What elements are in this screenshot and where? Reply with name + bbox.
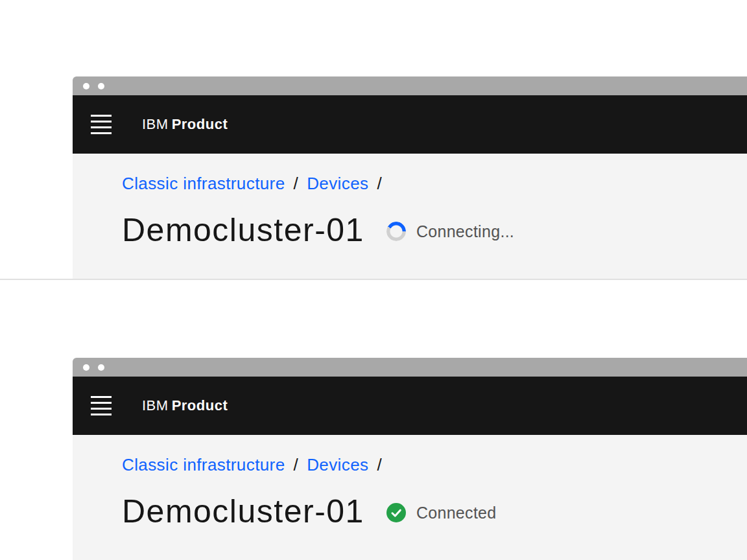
breadcrumb-link-devices[interactable]: Devices (307, 174, 368, 193)
breadcrumb-link-devices[interactable]: Devices (307, 455, 368, 474)
status-label: Connecting... (416, 222, 514, 241)
menu-icon[interactable] (91, 114, 112, 135)
breadcrumb: Classic infrastructure/Devices/ (122, 454, 747, 475)
brand-name: Product (172, 397, 228, 414)
window-dot-icon (98, 364, 104, 371)
breadcrumb: Classic infrastructure/Devices/ (122, 173, 747, 194)
window-titlebar (73, 76, 747, 95)
status-label: Connected (416, 504, 497, 522)
status-indicator: Connected (386, 503, 497, 522)
breadcrumb-separator: / (294, 455, 299, 474)
title-row: Democluster-01 Connecting... (122, 212, 747, 248)
window-dot-icon (83, 83, 89, 89)
example-connecting: IBMProduct Classic infrastructure/Device… (0, 76, 747, 280)
brand-prefix: IBM (142, 397, 169, 414)
browser-window: IBMProduct Classic infrastructure/Device… (73, 358, 747, 560)
checkmark-icon (386, 503, 406, 522)
page-title: Democluster-01 (122, 212, 364, 248)
menu-icon[interactable] (91, 395, 112, 416)
breadcrumb-separator: / (294, 174, 299, 193)
page-title: Democluster-01 (122, 493, 364, 530)
app-header: IBMProduct (73, 377, 747, 435)
app-header: IBMProduct (73, 95, 747, 154)
window-dot-icon (98, 83, 104, 89)
breadcrumb-link-classic-infrastructure[interactable]: Classic infrastructure (122, 174, 285, 193)
title-row: Democluster-01 Connected (122, 493, 747, 530)
example-connected: IBMProduct Classic infrastructure/Device… (0, 358, 747, 560)
page-content: Classic infrastructure/Devices/ Democlus… (73, 435, 747, 560)
status-indicator: Connecting... (386, 222, 514, 241)
brand-prefix: IBM (142, 116, 169, 132)
breadcrumb-separator: / (377, 174, 382, 193)
brand-name: Product (172, 116, 228, 132)
window-titlebar (73, 358, 747, 377)
brand-title: IBMProduct (142, 116, 228, 133)
page-content: Classic infrastructure/Devices/ Democlus… (73, 154, 747, 279)
breadcrumb-link-classic-infrastructure[interactable]: Classic infrastructure (122, 455, 285, 474)
window-dot-icon (83, 364, 89, 371)
brand-title: IBMProduct (142, 397, 228, 414)
loading-spinner-icon (386, 222, 406, 241)
browser-window: IBMProduct Classic infrastructure/Device… (73, 76, 747, 279)
breadcrumb-separator: / (377, 455, 382, 474)
